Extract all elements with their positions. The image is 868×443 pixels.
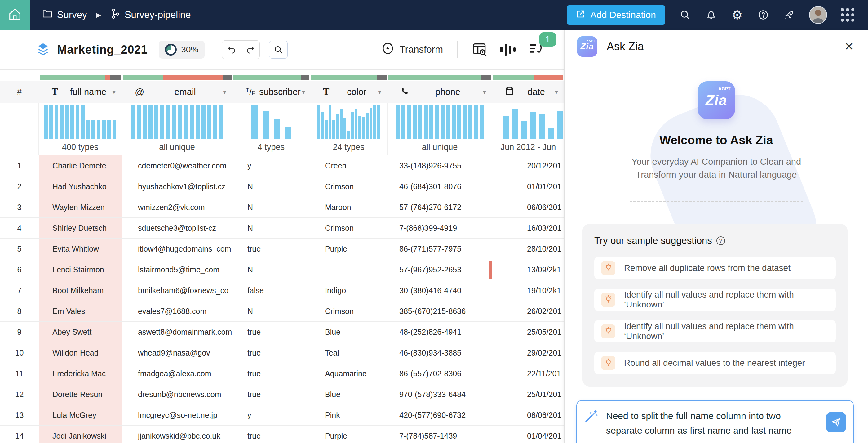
histogram-cell-email[interactable]: all unique (122, 103, 232, 155)
applied-steps-icon[interactable]: 1 (528, 41, 544, 58)
cell-date[interactable]: 08/06/201 (492, 405, 564, 425)
suggestion-item[interactable]: Remove all duplicate rows from the datas… (594, 257, 836, 279)
cell-phone[interactable]: 46-(684)301-8076 (388, 176, 492, 197)
search-icon[interactable] (679, 9, 691, 21)
cell-subscriber[interactable]: N (232, 218, 310, 238)
column-header-subscriber[interactable]: T/Fsubscriber▼ (232, 81, 310, 103)
breadcrumb-pipeline[interactable]: Survey-pipeline (111, 8, 191, 21)
cell-phone[interactable]: 57-(764)270-6172 (388, 197, 492, 217)
chevron-down-icon[interactable]: ▼ (301, 89, 307, 95)
cell-name[interactable]: Abey Swett (39, 322, 122, 342)
cell-subscriber[interactable]: true (232, 239, 310, 259)
cell-name[interactable]: Waylen Mizzen (39, 197, 122, 217)
cell-email[interactable]: whead9@nasa@gov (122, 343, 232, 363)
cell-phone[interactable]: 385-(670)215-8636 (388, 301, 492, 321)
cell-date[interactable]: 13/09/2k1 (492, 259, 564, 280)
cell-email[interactable]: lstairmond5@time_com (122, 259, 232, 280)
cell-date[interactable]: 19/10/2k1 (492, 280, 564, 301)
chevron-down-icon[interactable]: ▼ (553, 89, 559, 95)
cell-email[interactable]: dresunb@nbcnews.com (122, 384, 232, 405)
preview-table-icon[interactable] (472, 41, 488, 58)
column-header-name[interactable]: Tfull name▼ (39, 81, 122, 103)
cell-date[interactable]: 01/01/201 (492, 176, 564, 197)
cell-color[interactable]: Crimson (310, 301, 388, 321)
quality-strip-name[interactable] (40, 75, 121, 80)
table-search-button[interactable] (269, 41, 288, 59)
breadcrumb-folder[interactable]: Survey (42, 9, 87, 21)
transform-button[interactable]: Transform (382, 42, 443, 57)
suggestion-item[interactable]: Identify all null values and replace the… (594, 320, 836, 343)
cell-subscriber[interactable]: N (232, 176, 310, 197)
cell-date[interactable]: 22/11/201 (492, 363, 564, 384)
close-icon[interactable]: ✕ (844, 41, 854, 52)
cell-color[interactable]: Aquamarine (310, 363, 388, 384)
histogram-cell-name[interactable]: 400 types (39, 103, 122, 155)
cell-name[interactable]: Jodi Janikowski (39, 425, 122, 443)
cell-subscriber[interactable]: true (232, 343, 310, 363)
cell-phone[interactable]: 86-(771)577-7975 (388, 239, 492, 259)
notifications-bell-icon[interactable] (705, 9, 717, 21)
cell-name[interactable]: Charlie Demete (39, 155, 122, 176)
suggestion-item[interactable]: Round all decimal values to the nearest … (594, 352, 836, 374)
cell-email[interactable]: aswett8@domainmark.com (122, 322, 232, 342)
rocket-icon[interactable] (783, 9, 796, 21)
redo-button[interactable] (241, 41, 259, 59)
cell-date[interactable]: 01/04/201 (492, 425, 564, 443)
cell-date[interactable]: 26/02/201 (492, 301, 564, 321)
cell-color[interactable]: Green (310, 155, 388, 176)
cell-subscriber[interactable]: true (232, 363, 310, 384)
cell-subscriber[interactable]: y (232, 155, 310, 176)
cell-name[interactable]: Shirley Duetsch (39, 218, 122, 238)
histogram-cell-date[interactable]: Jun 2012 - Jun (492, 103, 564, 155)
cell-subscriber[interactable]: N (232, 259, 310, 280)
cell-name[interactable]: Fredericka Mac (39, 363, 122, 384)
suggestion-item[interactable]: Identify all null values and replace the… (594, 289, 836, 311)
user-avatar[interactable] (809, 6, 827, 24)
cell-email[interactable]: jjanikowskid@bbc.co.uk (122, 425, 232, 443)
cell-phone[interactable]: 420-(577)690-6732 (388, 405, 492, 425)
histogram-cell-color[interactable]: 24 types (310, 103, 388, 155)
cell-email[interactable]: bmilkeham6@foxnews_co (122, 280, 232, 301)
quality-strip-email[interactable] (123, 75, 231, 80)
cell-email[interactable]: lmcgreyc@so-net.ne.jp (122, 405, 232, 425)
cell-phone[interactable]: 7-(784)587-1439 (388, 425, 492, 443)
app-grid-icon[interactable] (841, 8, 855, 22)
cell-subscriber[interactable]: true (232, 425, 310, 443)
cell-date[interactable]: 16/03/201 (492, 218, 564, 238)
add-destination-button[interactable]: Add Destination (567, 5, 665, 25)
cell-email[interactable]: itlow4@hugedomains_com (122, 239, 232, 259)
histogram-cell-subscriber[interactable]: 4 types (232, 103, 310, 155)
cell-color[interactable] (310, 259, 388, 280)
cell-color[interactable]: Blue (310, 322, 388, 342)
home-button[interactable] (0, 0, 30, 30)
cell-name[interactable]: Lula McGrey (39, 405, 122, 425)
help-circle-icon[interactable]: ? (716, 236, 725, 245)
cell-name[interactable]: Evita Whitlow (39, 239, 122, 259)
column-header-email[interactable]: @email▼ (122, 81, 232, 103)
cell-subscriber[interactable]: false (232, 280, 310, 301)
cell-email[interactable]: fmadgea@alexa.com (122, 363, 232, 384)
cell-phone[interactable]: 86-(557)702-8306 (388, 363, 492, 384)
cell-color[interactable]: Crimson (310, 218, 388, 238)
cell-color[interactable]: Teal (310, 343, 388, 363)
cell-date[interactable]: 25/01/201 (492, 384, 564, 405)
chevron-down-icon[interactable]: ▼ (482, 89, 487, 95)
column-header-color[interactable]: Tcolor▼ (310, 81, 388, 103)
cell-color[interactable]: Pink (310, 405, 388, 425)
cell-email[interactable]: evales7@1688.com (122, 301, 232, 321)
cell-email[interactable]: cdemeter0@weather.com (122, 155, 232, 176)
cell-email[interactable]: hyushachkov1@toplist.cz (122, 176, 232, 197)
cell-subscriber[interactable]: y (232, 405, 310, 425)
cell-name[interactable]: Willdon Head (39, 343, 122, 363)
undo-button[interactable] (222, 41, 241, 59)
cell-color[interactable]: Purple (310, 239, 388, 259)
cell-date[interactable]: 28/10/201 (492, 239, 564, 259)
chevron-down-icon[interactable]: ▼ (222, 89, 227, 95)
cell-subscriber[interactable]: true (232, 322, 310, 342)
cell-phone[interactable]: 57-(967)952-2653 (388, 259, 492, 280)
send-button[interactable] (826, 412, 846, 433)
cell-phone[interactable]: 7-(868)399-4919 (388, 218, 492, 238)
cell-date[interactable]: 06/06/201 (492, 197, 564, 217)
cell-date[interactable]: 29/02/201 (492, 343, 564, 363)
cell-name[interactable]: Boot Milkeham (39, 280, 122, 301)
